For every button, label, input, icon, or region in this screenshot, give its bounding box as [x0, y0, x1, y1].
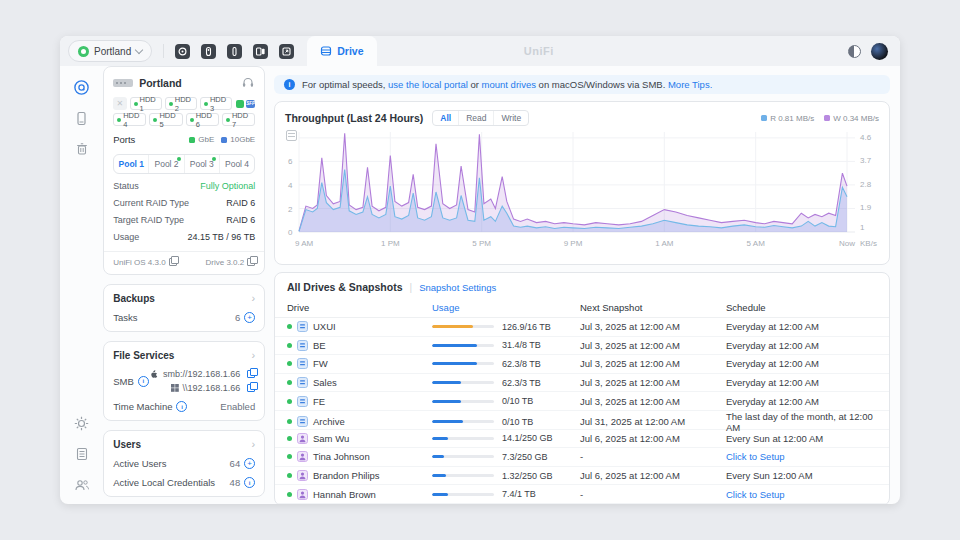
hdd-badge[interactable]: HDD 7 — [222, 113, 255, 126]
more-tips-link[interactable]: More Tips. — [668, 79, 712, 90]
hdd-badge[interactable]: HDD 4 — [113, 113, 146, 126]
pool-tab-3[interactable]: Pool 3 — [184, 155, 219, 173]
console-device-icon[interactable] — [73, 109, 91, 127]
schedule: Everyday at 12:00 AM — [726, 396, 889, 407]
table-row[interactable]: Sam Wu14.1/250 GBJul 6, 2025 at 12:00 AM… — [275, 430, 889, 449]
display-app-icon[interactable] — [253, 44, 268, 59]
usage-text: 7.3/250 GB — [502, 452, 548, 462]
col-next-snapshot[interactable]: Next Snapshot — [580, 302, 726, 313]
schedule: Everyday at 12:00 AM — [726, 340, 889, 351]
drive-logo-icon[interactable] — [73, 78, 91, 96]
console-dropdown[interactable]: Portland — [68, 40, 152, 62]
active-users-count: 64 — [230, 458, 241, 469]
hdd-badge[interactable]: HDD 1 — [130, 97, 162, 110]
talk-app-icon[interactable] — [227, 44, 242, 59]
table-row[interactable]: FW62.3/8 TBJul 3, 2025 at 12:00 AMEveryd… — [275, 355, 889, 374]
tasks-count: 6 — [235, 312, 240, 323]
protect-app-icon[interactable] — [175, 44, 190, 59]
copy-icon[interactable] — [247, 370, 255, 378]
user-icon — [297, 451, 308, 462]
local-portal-link[interactable]: use the local portal — [388, 79, 468, 90]
device-name: Portland — [139, 77, 182, 89]
chart-tab-read[interactable]: Read — [458, 111, 493, 125]
schedule: Everyday at 12:00 AM — [726, 377, 889, 388]
copy-icon[interactable] — [247, 384, 255, 392]
schedule[interactable]: Click to Setup — [726, 489, 889, 500]
shared-drive-icon — [297, 396, 308, 407]
schedule: Every Sun 12:00 AM — [726, 470, 889, 481]
table-row[interactable]: Sales62.3/3 TBJul 3, 2025 at 12:00 AMEve… — [275, 374, 889, 393]
table-row[interactable]: Brandon Philips1.32/250 GBJul 6, 2025 at… — [275, 467, 889, 486]
avatar[interactable] — [871, 43, 888, 60]
legend-item: W 0.34 MB/s — [824, 114, 879, 123]
access-app-icon[interactable] — [201, 44, 216, 59]
svg-text:KB/s: KB/s — [860, 239, 877, 248]
chevron-right-icon[interactable]: › — [252, 350, 256, 361]
table-row[interactable]: Hannah Brown7.4/1 TB-Click to Setup — [275, 485, 889, 504]
console-name: Portland — [94, 46, 131, 57]
support-headset-icon[interactable] — [241, 76, 255, 89]
tab-drive[interactable]: Drive — [307, 36, 376, 66]
drive-name: Tina Johnson — [313, 451, 370, 462]
snapshot-settings-link[interactable]: Snapshot Settings — [419, 282, 496, 293]
col-usage[interactable]: Usage — [432, 302, 580, 313]
throughput-chart[interactable]: 64204.63.72.81.91KB/s9 AM1 PM5 PM9 PM1 A… — [285, 128, 879, 260]
mount-drives-link[interactable]: mount drives — [482, 79, 536, 90]
time-machine-info-icon[interactable]: i — [176, 401, 187, 412]
gbe-legend: GbE — [189, 135, 214, 144]
table-row[interactable]: BE31.4/8 TBJul 3, 2025 at 12:00 AMEveryd… — [275, 337, 889, 356]
chart-tab-write[interactable]: Write — [493, 111, 528, 125]
device-card: Portland ✕ HDD 1HDD 2HDD 3 SFP HDD 4HDD … — [103, 66, 265, 275]
table-header: Drive Usage Next Snapshot Schedule — [275, 298, 889, 318]
hdd-badge[interactable]: HDD 5 — [149, 113, 182, 126]
trash-icon[interactable] — [73, 140, 91, 158]
hdd-badge[interactable]: HDD 2 — [165, 97, 197, 110]
file-services-title: File Services — [113, 350, 174, 361]
status-dot — [287, 343, 292, 348]
next-snapshot: Jul 6, 2025 at 12:00 AM — [580, 433, 726, 444]
credentials-info-icon[interactable]: i — [244, 477, 255, 488]
users-group-icon[interactable] — [73, 476, 91, 494]
smb-info-icon[interactable]: i — [138, 376, 149, 387]
shared-drive-icon — [297, 340, 308, 351]
usage-bar — [432, 344, 494, 347]
usage-value: 24.15 TB / 96 TB — [187, 232, 255, 242]
table-row[interactable]: Tina Johnson7.3/250 GB-Click to Setup — [275, 448, 889, 467]
usage-bar — [432, 362, 494, 365]
banner-text: For optimal speeds, use the local portal… — [302, 79, 712, 90]
connect-app-icon[interactable] — [279, 44, 294, 59]
pool-tab-1[interactable]: Pool 1 — [114, 155, 148, 173]
table-row[interactable]: FE0/10 TBJul 3, 2025 at 12:00 AMEveryday… — [275, 392, 889, 411]
table-row[interactable]: UXUI126.9/16 TBJul 3, 2025 at 12:00 AMEv… — [275, 318, 889, 337]
next-snapshot: Jul 3, 2025 at 12:00 AM — [580, 396, 726, 407]
hdd-badge[interactable]: HDD 6 — [186, 113, 219, 126]
schedule[interactable]: Click to Setup — [726, 451, 889, 462]
pool-tab-2[interactable]: Pool 2 — [148, 155, 183, 173]
settings-gear-icon[interactable] — [73, 414, 91, 432]
chart-mode-tabs: AllReadWrite — [432, 110, 529, 126]
chevron-right-icon[interactable]: › — [252, 293, 256, 304]
copy-icon[interactable] — [169, 258, 177, 266]
chart-tab-all[interactable]: All — [433, 111, 458, 125]
top-bar: Portland Drive UniFi — [60, 36, 900, 66]
add-task-icon[interactable]: + — [244, 312, 255, 323]
left-rail — [60, 66, 103, 504]
hdd-badge[interactable]: HDD 3 — [200, 97, 232, 110]
shared-drive-icon — [297, 358, 308, 369]
svg-text:3.7: 3.7 — [860, 156, 872, 165]
chevron-right-icon[interactable]: › — [252, 439, 256, 450]
theme-toggle-icon[interactable] — [848, 45, 861, 58]
legend-item: R 0.81 MB/s — [761, 114, 814, 123]
drives-table-title: All Drives & Snapshots — [287, 281, 403, 293]
pool-tab-4[interactable]: Pool 4 — [219, 155, 254, 173]
add-user-icon[interactable]: + — [244, 458, 255, 469]
col-schedule[interactable]: Schedule — [726, 302, 889, 313]
svg-text:6: 6 — [288, 157, 293, 166]
table-row[interactable]: Archive0/10 TBJul 31, 2025 at 12:00 AMTh… — [275, 411, 889, 430]
logs-icon[interactable] — [73, 445, 91, 463]
usage-bar — [432, 400, 494, 403]
col-drive[interactable]: Drive — [287, 302, 432, 313]
svg-text:0: 0 — [288, 228, 293, 237]
pool-activity-dot — [177, 157, 181, 161]
copy-icon[interactable] — [247, 258, 255, 266]
